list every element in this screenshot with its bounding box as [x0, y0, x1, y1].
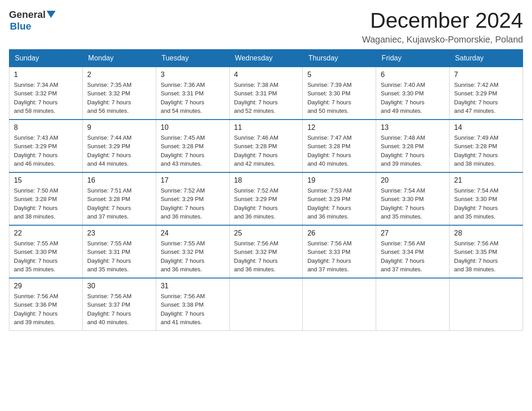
day-number: 15 [14, 176, 78, 184]
title-block: December 2024 Waganiec, Kujawsko-Pomorsk… [362, 9, 523, 45]
day-number: 17 [161, 176, 225, 184]
day-number: 21 [454, 176, 518, 184]
calendar-cell: 10 Sunrise: 7:45 AMSunset: 3:28 PMDaylig… [156, 120, 229, 172]
day-number: 26 [307, 229, 371, 237]
day-number: 29 [14, 282, 78, 290]
day-sunrise: Sunrise: 7:52 AMSunset: 3:29 PMDaylight:… [234, 187, 279, 220]
weekday-header-saturday: Saturday [450, 49, 523, 67]
calendar-cell: 1 Sunrise: 7:34 AMSunset: 3:32 PMDayligh… [9, 67, 83, 120]
week-row-5: 29 Sunrise: 7:56 AMSunset: 3:36 PMDaylig… [9, 278, 523, 331]
day-sunrise: Sunrise: 7:34 AMSunset: 3:32 PMDaylight:… [14, 81, 58, 115]
calendar-cell: 6 Sunrise: 7:40 AMSunset: 3:30 PMDayligh… [376, 67, 450, 120]
day-sunrise: Sunrise: 7:39 AMSunset: 3:30 PMDaylight:… [307, 81, 352, 115]
calendar-cell: 14 Sunrise: 7:49 AMSunset: 3:28 PMDaylig… [450, 120, 523, 172]
calendar-cell: 30 Sunrise: 7:56 AMSunset: 3:37 PMDaylig… [82, 278, 156, 331]
day-number: 30 [87, 282, 151, 290]
location-title: Waganiec, Kujawsko-Pomorskie, Poland [362, 34, 523, 45]
day-sunrise: Sunrise: 7:47 AMSunset: 3:28 PMDaylight:… [307, 134, 352, 167]
calendar-cell: 25 Sunrise: 7:56 AMSunset: 3:32 PMDaylig… [229, 225, 303, 278]
weekday-header-friday: Friday [376, 49, 450, 67]
day-sunrise: Sunrise: 7:38 AMSunset: 3:31 PMDaylight:… [234, 81, 279, 115]
day-number: 10 [161, 124, 225, 132]
calendar-cell: 18 Sunrise: 7:52 AMSunset: 3:29 PMDaylig… [229, 172, 303, 225]
day-sunrise: Sunrise: 7:35 AMSunset: 3:32 PMDaylight:… [87, 81, 132, 115]
weekday-header-thursday: Thursday [303, 49, 376, 67]
calendar-table: SundayMondayTuesdayWednesdayThursdayFrid… [9, 49, 523, 331]
day-number: 25 [234, 229, 298, 237]
calendar-cell [303, 278, 376, 331]
calendar-cell: 2 Sunrise: 7:35 AMSunset: 3:32 PMDayligh… [82, 67, 156, 120]
day-number: 5 [307, 71, 371, 79]
calendar-cell: 13 Sunrise: 7:48 AMSunset: 3:28 PMDaylig… [376, 120, 450, 172]
day-sunrise: Sunrise: 7:52 AMSunset: 3:29 PMDaylight:… [161, 187, 205, 220]
calendar-cell: 28 Sunrise: 7:56 AMSunset: 3:35 PMDaylig… [450, 225, 523, 278]
day-number: 24 [161, 229, 225, 237]
day-sunrise: Sunrise: 7:56 AMSunset: 3:35 PMDaylight:… [454, 240, 498, 273]
calendar-cell [450, 278, 523, 331]
day-number: 4 [234, 71, 298, 79]
calendar-cell: 29 Sunrise: 7:56 AMSunset: 3:36 PMDaylig… [9, 278, 83, 331]
day-number: 16 [87, 176, 151, 184]
day-sunrise: Sunrise: 7:43 AMSunset: 3:29 PMDaylight:… [14, 134, 58, 167]
day-number: 20 [381, 176, 445, 184]
calendar-cell: 24 Sunrise: 7:55 AMSunset: 3:32 PMDaylig… [156, 225, 229, 278]
weekday-header-monday: Monday [82, 49, 156, 67]
calendar-cell: 9 Sunrise: 7:44 AMSunset: 3:29 PMDayligh… [82, 120, 156, 172]
page-header: General Blue December 2024 Waganiec, Kuj… [9, 9, 523, 45]
logo: General Blue [9, 9, 56, 32]
day-number: 31 [161, 282, 225, 290]
day-number: 7 [454, 71, 518, 79]
day-number: 18 [234, 176, 298, 184]
day-sunrise: Sunrise: 7:51 AMSunset: 3:28 PMDaylight:… [87, 187, 132, 220]
weekday-header-wednesday: Wednesday [229, 49, 303, 67]
week-row-3: 15 Sunrise: 7:50 AMSunset: 3:28 PMDaylig… [9, 172, 523, 225]
weekday-header-tuesday: Tuesday [156, 49, 229, 67]
day-sunrise: Sunrise: 7:36 AMSunset: 3:31 PMDaylight:… [161, 81, 205, 115]
day-number: 28 [454, 229, 518, 237]
day-sunrise: Sunrise: 7:48 AMSunset: 3:28 PMDaylight:… [381, 134, 425, 167]
calendar-cell: 26 Sunrise: 7:56 AMSunset: 3:33 PMDaylig… [303, 225, 376, 278]
calendar-cell: 11 Sunrise: 7:46 AMSunset: 3:28 PMDaylig… [229, 120, 303, 172]
day-number: 14 [454, 124, 518, 132]
day-sunrise: Sunrise: 7:46 AMSunset: 3:28 PMDaylight:… [234, 134, 279, 167]
weekday-header-sunday: Sunday [9, 49, 83, 67]
day-sunrise: Sunrise: 7:44 AMSunset: 3:29 PMDaylight:… [87, 134, 132, 167]
calendar-cell [229, 278, 303, 331]
day-sunrise: Sunrise: 7:56 AMSunset: 3:37 PMDaylight:… [87, 293, 132, 326]
day-sunrise: Sunrise: 7:56 AMSunset: 3:36 PMDaylight:… [14, 293, 58, 326]
day-sunrise: Sunrise: 7:54 AMSunset: 3:30 PMDaylight:… [381, 187, 425, 220]
week-row-4: 22 Sunrise: 7:55 AMSunset: 3:30 PMDaylig… [9, 225, 523, 278]
day-sunrise: Sunrise: 7:56 AMSunset: 3:34 PMDaylight:… [381, 240, 425, 273]
day-sunrise: Sunrise: 7:55 AMSunset: 3:31 PMDaylight:… [87, 240, 132, 273]
day-number: 1 [14, 71, 78, 79]
calendar-cell: 7 Sunrise: 7:42 AMSunset: 3:29 PMDayligh… [450, 67, 523, 120]
day-number: 11 [234, 124, 298, 132]
calendar-cell: 19 Sunrise: 7:53 AMSunset: 3:29 PMDaylig… [303, 172, 376, 225]
calendar-cell: 8 Sunrise: 7:43 AMSunset: 3:29 PMDayligh… [9, 120, 83, 172]
day-number: 3 [161, 71, 225, 79]
day-sunrise: Sunrise: 7:53 AMSunset: 3:29 PMDaylight:… [307, 187, 352, 220]
calendar-cell: 17 Sunrise: 7:52 AMSunset: 3:29 PMDaylig… [156, 172, 229, 225]
day-sunrise: Sunrise: 7:55 AMSunset: 3:32 PMDaylight:… [161, 240, 205, 273]
day-sunrise: Sunrise: 7:56 AMSunset: 3:33 PMDaylight:… [307, 240, 352, 273]
logo-general-text: General [9, 9, 46, 21]
day-sunrise: Sunrise: 7:42 AMSunset: 3:29 PMDaylight:… [454, 81, 498, 115]
logo-blue-text: Blue [10, 21, 31, 32]
calendar-cell: 5 Sunrise: 7:39 AMSunset: 3:30 PMDayligh… [303, 67, 376, 120]
calendar-cell [376, 278, 450, 331]
day-sunrise: Sunrise: 7:56 AMSunset: 3:32 PMDaylight:… [234, 240, 279, 273]
weekday-header-row: SundayMondayTuesdayWednesdayThursdayFrid… [9, 49, 523, 67]
calendar-cell: 16 Sunrise: 7:51 AMSunset: 3:28 PMDaylig… [82, 172, 156, 225]
day-sunrise: Sunrise: 7:49 AMSunset: 3:28 PMDaylight:… [454, 134, 498, 167]
month-title: December 2024 [362, 9, 523, 33]
day-number: 12 [307, 124, 371, 132]
day-number: 13 [381, 124, 445, 132]
calendar-cell: 21 Sunrise: 7:54 AMSunset: 3:30 PMDaylig… [450, 172, 523, 225]
day-sunrise: Sunrise: 7:55 AMSunset: 3:30 PMDaylight:… [14, 240, 58, 273]
day-sunrise: Sunrise: 7:45 AMSunset: 3:28 PMDaylight:… [161, 134, 205, 167]
day-number: 27 [381, 229, 445, 237]
calendar-cell: 15 Sunrise: 7:50 AMSunset: 3:28 PMDaylig… [9, 172, 83, 225]
week-row-2: 8 Sunrise: 7:43 AMSunset: 3:29 PMDayligh… [9, 120, 523, 172]
day-sunrise: Sunrise: 7:56 AMSunset: 3:38 PMDaylight:… [161, 293, 205, 326]
day-number: 19 [307, 176, 371, 184]
